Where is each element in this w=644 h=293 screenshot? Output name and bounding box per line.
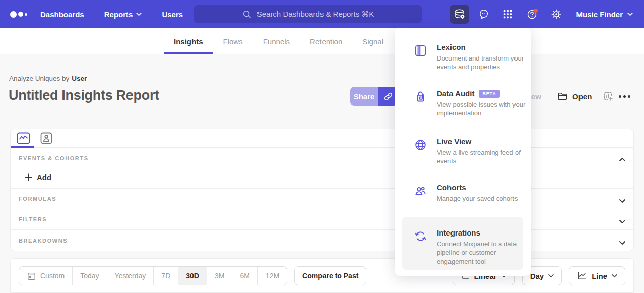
open-button-label: Open (572, 92, 592, 101)
menu-item-data-audit[interactable]: Data AuditBETA View possible issues with… (402, 89, 523, 118)
line-chart-icon (577, 271, 587, 280)
live-view-icon (414, 137, 427, 166)
subtitle-value[interactable]: User (72, 75, 87, 82)
menu-item-live-view[interactable]: Live View View a live streaming feed of … (402, 137, 523, 166)
nav-item-label: Dashboards (40, 10, 84, 19)
compare-to-past-button[interactable]: Compare to Past (294, 266, 366, 285)
chart-controls-panel: Custom Today Yesterday 7D 30D 3M 6M 12M … (10, 258, 634, 293)
range-custom[interactable]: Custom (19, 267, 72, 285)
range-label: 7D (161, 272, 170, 280)
tab-retention[interactable]: Retention (300, 28, 352, 54)
add-event-button[interactable]: Add (25, 169, 51, 185)
beta-badge: BETA (479, 90, 499, 98)
menu-item-text: Lexicon Document and transform your even… (437, 43, 528, 72)
link-icon (383, 92, 393, 101)
search-placeholder: Search Dashboards & Reports ⌘K (257, 10, 374, 19)
range-label: 30D (186, 272, 199, 280)
expand-section-button[interactable] (619, 196, 626, 205)
range-12m[interactable]: 12M (257, 267, 287, 285)
range-7d[interactable]: 7D (153, 267, 178, 285)
search-input[interactable]: Search Dashboards & Reports ⌘K (194, 5, 422, 23)
compare-label: Compare to Past (302, 272, 358, 280)
range-6m[interactable]: 6M (232, 267, 257, 285)
data-management-popup: Lexicon Document and transform your even… (395, 28, 531, 276)
calendar-icon (27, 271, 36, 281)
tab-funnels[interactable]: Funnels (253, 28, 300, 54)
add-to-dashboard-button[interactable] (603, 91, 614, 104)
collapse-section-button[interactable] (619, 155, 626, 164)
nav-item-label: Reports (104, 10, 133, 19)
section-breakdowns[interactable]: BREAKDOWNS (11, 230, 633, 251)
menu-item-title-text: Live View (437, 137, 471, 146)
section-formulas[interactable]: FORMULAS (11, 189, 633, 209)
chevron-up-icon (619, 157, 626, 162)
range-label: Today (80, 272, 99, 280)
help-button[interactable] (523, 5, 542, 24)
tab-signal[interactable]: Signal (352, 28, 394, 54)
menu-item-title: Lexicon (437, 43, 528, 51)
tab-insights[interactable]: Insights (164, 28, 213, 54)
menu-item-cohorts[interactable]: Cohorts Manage your saved cohorts (402, 183, 523, 203)
gear-icon (550, 8, 562, 20)
menu-item-text: Integrations Connect Mixpanel to a data … (437, 228, 528, 270)
tab-label: Flows (223, 37, 243, 46)
section-events-cohorts: EVENTS & COHORTS Add (11, 148, 633, 189)
tab-flows[interactable]: Flows (213, 28, 253, 54)
menu-item-description: View possible issues with your implement… (437, 100, 528, 118)
settings-button[interactable] (547, 5, 566, 24)
tab-label: Funnels (263, 37, 290, 46)
apps-grid-button[interactable] (498, 5, 518, 24)
nav-item-reports[interactable]: Reports (104, 10, 142, 19)
tab-events-view[interactable] (17, 132, 30, 144)
menu-item-title: Data AuditBETA (437, 89, 528, 98)
menu-item-description: Document and transform your events and p… (437, 54, 528, 72)
chevron-down-icon (627, 13, 633, 16)
chevron-down-icon (619, 199, 626, 203)
project-selector[interactable]: Music Finder (576, 10, 633, 19)
menu-item-lexicon[interactable]: Lexicon Document and transform your even… (402, 43, 523, 72)
expand-section-button[interactable] (619, 238, 626, 247)
more-options-button[interactable] (619, 87, 630, 106)
range-label: 12M (266, 272, 279, 280)
share-button[interactable]: Share (350, 87, 378, 106)
date-range-controls: Custom Today Yesterday 7D 30D 3M 6M 12M … (19, 266, 366, 285)
add-to-dashboard-icon (603, 91, 614, 102)
notification-dot (534, 9, 538, 13)
open-report-button[interactable]: Open (557, 87, 592, 106)
subtitle-prefix: Analyze Uniques by (9, 75, 69, 82)
tab-profiles-view[interactable] (40, 132, 52, 144)
menu-item-integrations[interactable]: Integrations Connect Mixpanel to a data … (402, 217, 523, 270)
data-management-button[interactable] (450, 5, 469, 24)
range-label: 6M (240, 272, 249, 280)
range-label: Yesterday (115, 272, 146, 280)
menu-item-description: Manage your saved cohorts (437, 194, 528, 203)
section-filters[interactable]: FILTERS (11, 209, 633, 230)
range-yesterday[interactable]: Yesterday (107, 267, 154, 285)
range-3m[interactable]: 3M (207, 267, 232, 285)
chart-type-dropdown[interactable]: Line (569, 266, 625, 285)
tab-label: Insights (174, 37, 203, 46)
range-30d[interactable]: 30D (178, 267, 207, 285)
nav-item-dashboards[interactable]: Dashboards (40, 10, 84, 19)
cohorts-icon (414, 183, 427, 203)
chevron-down-icon (619, 219, 626, 224)
expand-section-button[interactable] (619, 217, 626, 226)
report-subtitle: Analyze Uniques byUser (9, 75, 87, 82)
chat-bubble-icon (478, 8, 490, 20)
section-label: BREAKDOWNS (19, 238, 68, 244)
feedback-button[interactable] (474, 5, 493, 24)
database-gear-icon (454, 8, 466, 20)
nav-item-label: Users (162, 10, 183, 19)
section-label: EVENTS & COHORTS (19, 155, 89, 161)
page-title[interactable]: Untitled Insights Report (9, 88, 159, 103)
menu-item-title-text: Integrations (437, 228, 480, 237)
nav-item-users[interactable]: Users (162, 10, 183, 19)
tab-label: Signal (362, 37, 383, 46)
range-today[interactable]: Today (72, 267, 106, 285)
mixpanel-logo-icon[interactable] (10, 8, 28, 20)
chevron-down-icon (612, 274, 617, 278)
menu-item-title-text: Data Audit (437, 89, 474, 98)
range-label: Custom (40, 272, 65, 280)
search-icon (242, 9, 252, 19)
pulse-chart-icon (17, 132, 30, 144)
